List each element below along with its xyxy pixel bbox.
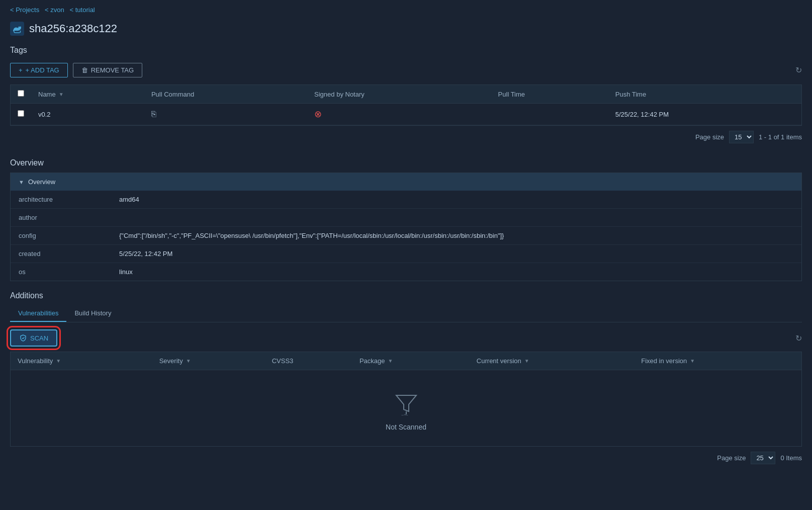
notary-error-icon: ⊗ xyxy=(314,109,322,119)
row-name: v0.2 xyxy=(31,104,144,125)
row-checkbox[interactable] xyxy=(18,110,24,117)
vuln-empty-cell: ~//~ Not Scanned xyxy=(11,370,801,447)
scan-button[interactable]: SCAN xyxy=(10,329,57,347)
overview-value-created: 5/25/22, 12:42 PM xyxy=(111,245,181,263)
svg-marker-2 xyxy=(396,395,416,411)
copy-icon[interactable]: ⎘ xyxy=(151,110,156,118)
vulnerability-filter-icon[interactable]: ▼ xyxy=(56,358,61,364)
tags-section-title: Tags xyxy=(0,44,812,60)
name-filter-icon[interactable]: ▼ xyxy=(59,92,64,97)
overview-value-architecture: amd64 xyxy=(111,191,147,208)
col-signed-by-notary: Signed by Notary xyxy=(307,85,491,104)
vuln-page-size-label: Page size xyxy=(717,454,746,462)
tags-pagination: Page size 15 25 50 1 - 1 of 1 items xyxy=(0,126,812,148)
vuln-toolbar: SCAN ↻ xyxy=(10,322,802,352)
scan-button-label: SCAN xyxy=(30,334,48,342)
vuln-pagination: Page size 25 15 50 0 Items xyxy=(10,447,802,469)
overview-row-created: created 5/25/22, 12:42 PM xyxy=(11,245,801,263)
vuln-empty-state: ~//~ Not Scanned xyxy=(11,370,801,446)
overview-value-config: {"Cmd":["/bin/sh","-c","PF_ASCII=\"opens… xyxy=(111,227,512,244)
remove-tag-label: REMOVE TAG xyxy=(91,66,134,74)
svg-point-1 xyxy=(19,27,20,28)
current-version-filter-icon[interactable]: ▼ xyxy=(524,358,529,364)
col-pull-command: Pull Command xyxy=(144,85,307,104)
vuln-items-info: 0 Items xyxy=(780,454,802,462)
col-vulnerability: Vulnerability ▼ xyxy=(11,352,152,370)
table-row: v0.2 ⎘ ⊗ 5/25/22, 12:42 PM xyxy=(11,104,801,125)
additions-section: Additions Vulnerabilities Build History … xyxy=(10,291,802,469)
severity-filter-icon[interactable]: ▼ xyxy=(186,358,191,364)
tags-items-info: 1 - 1 of 1 items xyxy=(759,133,802,141)
breadcrumb-projects[interactable]: < Projects xyxy=(10,6,39,14)
tag-actions: + + ADD TAG 🗑 REMOVE TAG ↻ xyxy=(0,60,812,84)
tags-page-size-select[interactable]: 15 25 50 xyxy=(729,131,754,143)
select-all-checkbox[interactable] xyxy=(18,90,24,97)
funnel-icon: ~//~ xyxy=(21,390,791,417)
plus-icon: + xyxy=(19,66,23,74)
svg-text:~//~: ~//~ xyxy=(401,413,408,415)
shield-icon xyxy=(19,334,27,342)
row-pull-time xyxy=(491,104,608,125)
col-pull-time: Pull Time xyxy=(491,85,608,104)
vuln-table-container: Vulnerability ▼ Severity ▼ CVSS3 xyxy=(10,352,802,447)
overview-value-author xyxy=(111,209,127,226)
overview-row-author: author xyxy=(11,209,801,227)
overview-key-author: author xyxy=(11,209,111,226)
page-title: sha256:a238c122 xyxy=(29,22,117,35)
tags-table-container: Name ▼ Pull Command Signed by Notary xyxy=(10,84,802,126)
add-tag-button[interactable]: + + ADD TAG xyxy=(10,63,68,77)
row-push-time: 5/25/22, 12:42 PM xyxy=(608,104,801,125)
overview-panel-header[interactable]: ▼ Overview xyxy=(11,173,801,191)
overview-key-created: created xyxy=(11,245,111,263)
breadcrumb-zvon[interactable]: < zvon xyxy=(45,6,64,14)
vuln-refresh-icon[interactable]: ↻ xyxy=(795,333,802,343)
vuln-table: Vulnerability ▼ Severity ▼ CVSS3 xyxy=(11,352,801,446)
overview-row-architecture: architecture amd64 xyxy=(11,191,801,209)
tags-refresh-icon[interactable]: ↻ xyxy=(795,65,802,75)
overview-key-architecture: architecture xyxy=(11,191,111,208)
col-checkbox xyxy=(11,85,31,104)
row-pull-command: ⎘ xyxy=(144,104,307,125)
col-name: Name ▼ xyxy=(31,85,144,104)
col-package: Package ▼ xyxy=(352,352,470,370)
breadcrumb: < Projects < zvon < tutorial xyxy=(0,0,812,18)
overview-key-config: config xyxy=(11,227,111,244)
additions-tabs: Vulnerabilities Build History xyxy=(10,305,802,322)
overview-panel: ▼ Overview architecture amd64 author con… xyxy=(10,173,802,281)
vuln-empty-row: ~//~ Not Scanned xyxy=(11,370,801,447)
add-tag-label: + ADD TAG xyxy=(26,66,59,74)
not-scanned-text: Not Scanned xyxy=(21,423,791,431)
row-checkbox-cell xyxy=(11,104,31,125)
whale-icon xyxy=(10,22,24,36)
row-signed-by-notary: ⊗ xyxy=(307,104,491,125)
col-fixed-in-version: Fixed in version ▼ xyxy=(634,352,801,370)
additions-title: Additions xyxy=(10,291,802,300)
chevron-down-icon: ▼ xyxy=(19,179,24,185)
overview-row-os: os linux xyxy=(11,263,801,281)
overview-key-os: os xyxy=(11,263,111,281)
overview-section: Overview ▼ Overview architecture amd64 a… xyxy=(10,158,802,281)
remove-tag-button[interactable]: 🗑 REMOVE TAG xyxy=(73,63,142,77)
vuln-page-size-select[interactable]: 25 15 50 xyxy=(751,452,775,464)
trash-icon: 🗑 xyxy=(81,66,88,74)
tab-vulnerabilities[interactable]: Vulnerabilities xyxy=(10,305,66,322)
col-push-time: Push Time xyxy=(608,85,801,104)
package-filter-icon[interactable]: ▼ xyxy=(388,358,393,364)
overview-row-config: config {"Cmd":["/bin/sh","-c","PF_ASCII=… xyxy=(11,227,801,245)
overview-value-os: linux xyxy=(111,263,141,281)
page-title-row: sha256:a238c122 xyxy=(0,18,812,44)
page-size-label: Page size xyxy=(695,133,724,141)
breadcrumb-tutorial[interactable]: < tutorial xyxy=(70,6,95,14)
col-severity: Severity ▼ xyxy=(152,352,265,370)
col-cvss3: CVSS3 xyxy=(265,352,352,370)
col-current-version: Current version ▼ xyxy=(470,352,634,370)
overview-title: Overview xyxy=(10,158,802,167)
overview-panel-title: Overview xyxy=(28,178,55,186)
fixed-version-filter-icon[interactable]: ▼ xyxy=(690,358,695,364)
tags-table: Name ▼ Pull Command Signed by Notary xyxy=(11,85,801,125)
tab-build-history[interactable]: Build History xyxy=(66,305,119,322)
